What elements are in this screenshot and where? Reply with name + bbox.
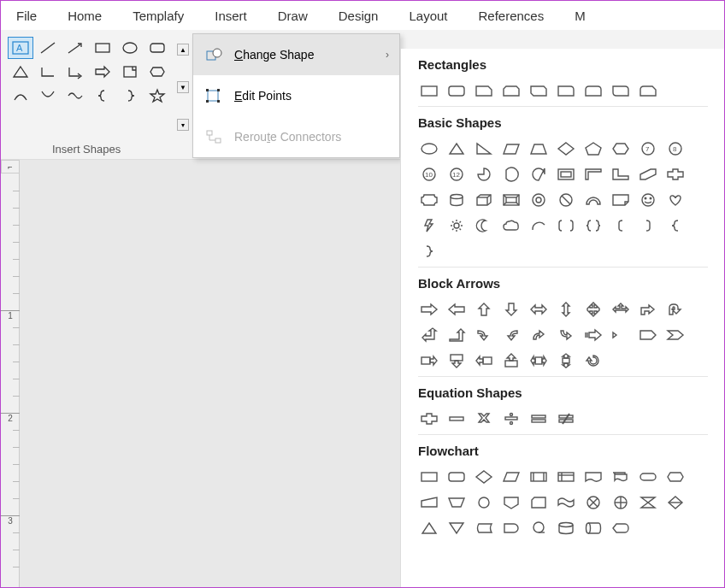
fc-predefined[interactable]	[528, 467, 550, 487]
fc-display[interactable]	[610, 518, 632, 538]
ba-uturn[interactable]	[664, 299, 687, 320]
ba-curved-down[interactable]	[555, 325, 577, 345]
shape-arrow-line[interactable]	[62, 37, 88, 59]
bs-can[interactable]	[445, 190, 468, 210]
ba-striped-right[interactable]	[582, 325, 604, 345]
bs-hexagon[interactable]	[610, 138, 632, 159]
fc-card[interactable]	[528, 492, 550, 513]
fc-direct-access[interactable]	[582, 518, 604, 538]
fc-internal[interactable]	[555, 467, 577, 487]
ba-notched[interactable]	[610, 325, 632, 345]
eq-divide[interactable]	[500, 409, 522, 429]
bs-left-bracket[interactable]	[610, 215, 632, 236]
bs-sun[interactable]	[445, 215, 468, 236]
bs-triangle[interactable]	[445, 138, 468, 159]
menu-templafy[interactable]: Templafy	[117, 2, 199, 30]
rect-round2-diag[interactable]	[610, 80, 632, 101]
rect-snip2-same[interactable]	[500, 80, 522, 101]
bs-pie[interactable]	[473, 164, 495, 185]
fc-summing[interactable]	[582, 492, 604, 513]
ba-curved-left[interactable]	[500, 325, 522, 345]
shape-wave[interactable]	[62, 85, 88, 107]
shape-line[interactable]	[35, 37, 61, 59]
dd-change-shape[interactable]: Change Shape ›	[193, 34, 399, 75]
shape-elbow1[interactable]	[35, 61, 61, 83]
bs-chord[interactable]	[500, 164, 522, 185]
shape-arc1[interactable]	[8, 85, 33, 107]
menu-insert[interactable]: Insert	[199, 2, 262, 30]
ba-quad-callout[interactable]	[555, 350, 577, 371]
bs-heptagon[interactable]: 7	[637, 138, 659, 159]
ba-pentagon[interactable]	[637, 325, 659, 345]
ba-curved-right[interactable]	[473, 325, 495, 345]
ba-bent[interactable]	[637, 299, 659, 320]
bs-folded-corner[interactable]	[610, 190, 632, 210]
ba-bentup[interactable]	[445, 325, 468, 345]
menu-layout[interactable]: Layout	[393, 2, 463, 30]
fc-sort[interactable]	[664, 492, 687, 513]
document-canvas[interactable]	[20, 160, 400, 588]
bs-left-brace[interactable]	[664, 215, 687, 236]
shape-rectangle[interactable]	[90, 37, 115, 59]
bs-half-frame[interactable]	[582, 164, 604, 185]
eq-notequal[interactable]	[555, 409, 577, 429]
bs-parallelogram[interactable]	[500, 138, 522, 159]
fc-delay[interactable]	[500, 518, 522, 538]
shape-rounded-rect[interactable]	[144, 37, 170, 59]
menu-references[interactable]: References	[463, 2, 560, 30]
ba-down[interactable]	[500, 299, 522, 320]
bs-double-brace[interactable]	[582, 215, 604, 236]
ba-down-callout[interactable]	[445, 350, 468, 371]
bs-heart[interactable]	[664, 190, 687, 210]
gallery-scroll-down[interactable]: ▼	[177, 81, 189, 93]
rect-plain[interactable]	[418, 80, 440, 101]
fc-decision[interactable]	[473, 467, 495, 487]
fc-manual-op[interactable]	[445, 492, 468, 513]
bs-pentagon[interactable]	[582, 138, 604, 159]
bs-arc[interactable]	[528, 215, 550, 236]
bs-cube[interactable]	[473, 190, 495, 210]
fc-manual-input[interactable]	[418, 492, 440, 513]
shape-brace-right[interactable]	[117, 85, 143, 107]
ba-updown[interactable]	[555, 299, 577, 320]
rect-snip2-diag[interactable]	[528, 80, 550, 101]
ba-left[interactable]	[445, 299, 468, 320]
bs-lshape[interactable]	[610, 164, 632, 185]
fc-magnetic-disk[interactable]	[555, 518, 577, 538]
ba-circular[interactable]	[582, 350, 604, 371]
bs-moon[interactable]	[473, 215, 495, 236]
shape-hexagon[interactable]	[144, 61, 170, 83]
eq-multiply[interactable]	[473, 409, 495, 429]
rect-round2-same[interactable]	[582, 80, 604, 101]
menu-more[interactable]: M	[559, 2, 601, 30]
ba-up-callout[interactable]	[500, 350, 522, 371]
ba-leftright[interactable]	[528, 299, 550, 320]
shape-triangle[interactable]	[8, 61, 33, 83]
fc-data[interactable]	[500, 467, 522, 487]
bs-smiley[interactable]	[637, 190, 659, 210]
menu-home[interactable]: Home	[52, 2, 117, 30]
fc-extract[interactable]	[418, 518, 440, 538]
fc-merge[interactable]	[445, 518, 468, 538]
bs-diamond[interactable]	[555, 138, 577, 159]
menu-design[interactable]: Design	[323, 2, 394, 30]
fc-preparation[interactable]	[664, 467, 687, 487]
fc-offpage[interactable]	[500, 492, 522, 513]
ba-leftup[interactable]	[418, 325, 440, 345]
rect-round1[interactable]	[555, 80, 577, 101]
shape-elbow-arrow[interactable]	[62, 61, 88, 83]
bs-frame[interactable]	[555, 164, 577, 185]
bs-oval[interactable]	[418, 138, 440, 159]
fc-tape[interactable]	[555, 492, 577, 513]
ba-chevron[interactable]	[664, 325, 687, 345]
shape-textbox[interactable]: A	[8, 37, 33, 59]
bs-nosymbol[interactable]	[555, 190, 577, 210]
menu-file[interactable]: File	[1, 2, 52, 30]
bs-rtriangle[interactable]	[473, 138, 495, 159]
shape-block-arrow[interactable]	[90, 61, 115, 83]
bs-teardrop[interactable]	[528, 164, 550, 185]
ba-up[interactable]	[473, 299, 495, 320]
fc-terminate[interactable]	[637, 467, 659, 487]
fc-or[interactable]	[610, 492, 632, 513]
eq-plus[interactable]	[418, 409, 440, 429]
